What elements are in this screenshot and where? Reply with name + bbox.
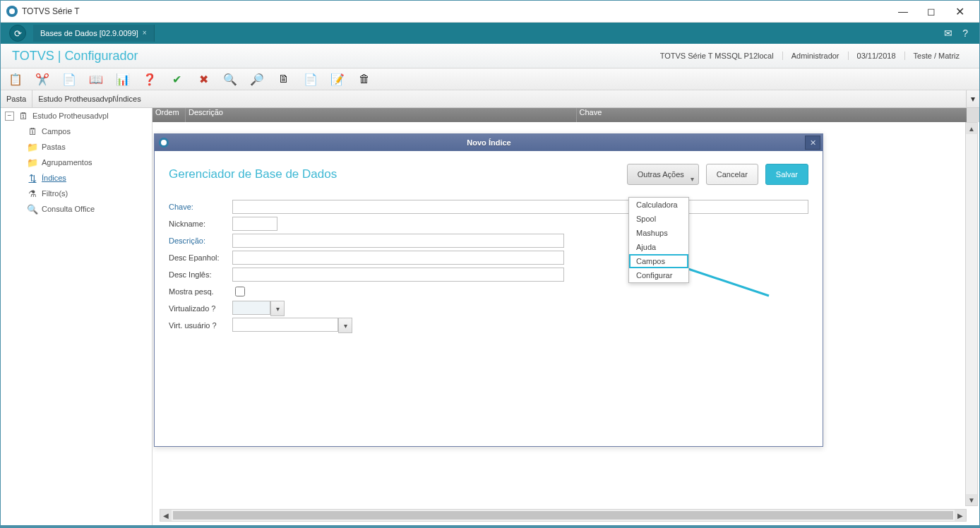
- chave-input[interactable]: [232, 200, 808, 214]
- collapse-icon[interactable]: −: [5, 112, 14, 121]
- tree-item-agrupamentos[interactable]: 📁Agrupamentos: [1, 155, 152, 170]
- tab-strip: ⟳ Bases de Dados [02.9.0099] × ✉ ?: [1, 23, 979, 44]
- brand-left: TOTVS: [12, 49, 54, 63]
- grid-header: Ordem Descrição Chave: [153, 108, 979, 122]
- path-value: Estudo Protheusadvpl\Índices: [32, 95, 966, 103]
- menu-item-ajuda[interactable]: Ajuda: [629, 240, 688, 254]
- dialog-titlebar[interactable]: Novo Índice ✕: [155, 134, 823, 151]
- grid-icon: 🗓: [26, 126, 39, 137]
- tree-item-campos[interactable]: 🗓Campos: [1, 124, 152, 139]
- desc-en-input[interactable]: [232, 268, 564, 282]
- salvar-button[interactable]: Salvar: [765, 164, 808, 185]
- menu-item-label: Calculadora: [636, 200, 678, 209]
- scroll-thumb[interactable]: [173, 511, 953, 520]
- paste-icon[interactable]: 📄: [61, 71, 77, 87]
- mail-icon[interactable]: ✉: [944, 28, 952, 39]
- outras-acoes-menu: Calculadora Spool Mashups Ajuda Campos C…: [628, 197, 689, 283]
- home-button[interactable]: ⟳: [9, 25, 26, 42]
- search-icon[interactable]: 🔍: [222, 71, 238, 87]
- scroll-left-icon[interactable]: ◀: [160, 510, 172, 521]
- menu-item-spool[interactable]: Spool: [629, 212, 688, 226]
- maximize-button[interactable]: ◻: [917, 1, 945, 21]
- label-virt-user: Virt. usuário ?: [169, 321, 232, 330]
- tree-item-filtros[interactable]: ⚗Filtro(s): [1, 186, 152, 201]
- tab-close-icon[interactable]: ×: [143, 25, 147, 42]
- outras-acoes-button[interactable]: Outras Ações: [627, 164, 699, 185]
- label-desc-es: Desc Epanhol:: [169, 253, 232, 262]
- novo-indice-dialog: Novo Índice ✕ Gerenciador de Base de Dad…: [154, 133, 823, 447]
- question-icon[interactable]: ❓: [142, 71, 157, 87]
- help-icon[interactable]: ?: [962, 28, 968, 39]
- tree-item-indices[interactable]: ⇅Índices: [1, 170, 152, 186]
- button-label: Outras Ações: [638, 170, 684, 179]
- search-next-icon[interactable]: 🔎: [249, 71, 265, 87]
- virt-usuario-combo[interactable]: ▾: [232, 318, 352, 333]
- close-button[interactable]: ✕: [945, 1, 974, 21]
- path-dropdown-button[interactable]: ▾: [966, 90, 979, 107]
- main-toolbar: 📋 ✂️ 📄 📖 📊 ❓ ✔ ✖ 🔍 🔎 🗎 📄 📝 🗑: [1, 68, 979, 90]
- descricao-input[interactable]: [232, 234, 564, 248]
- col-descricao[interactable]: Descrição: [186, 108, 577, 122]
- label-mostra: Mostra pesq.: [169, 287, 232, 296]
- vertical-scrollbar[interactable]: ▲ ▼: [965, 122, 978, 506]
- tree-item-label: Pastas: [42, 143, 66, 151]
- book-icon[interactable]: 📖: [88, 71, 104, 87]
- tab-label: Bases de Dados [02.9.0099]: [40, 25, 138, 42]
- date-label: 03/11/2018: [848, 52, 904, 60]
- menu-item-configurar[interactable]: Configurar: [629, 268, 688, 282]
- horizontal-scrollbar[interactable]: ◀ ▶: [160, 509, 967, 522]
- menu-item-calculadora[interactable]: Calculadora: [629, 198, 688, 212]
- scroll-down-icon[interactable]: ▼: [966, 494, 977, 505]
- virtualizado-input[interactable]: [232, 301, 270, 315]
- chevron-down-icon[interactable]: ▾: [338, 318, 352, 333]
- tree-item-consulta-office[interactable]: 🔍Consulta Office: [1, 201, 152, 217]
- col-ordem[interactable]: Ordem: [153, 108, 186, 122]
- window-titlebar: TOTVS Série T — ◻ ✕: [1, 1, 979, 23]
- cancelar-button[interactable]: Cancelar: [706, 164, 758, 185]
- tree-item-label: Consulta Office: [42, 205, 95, 213]
- edit-record-icon[interactable]: 📝: [330, 71, 345, 87]
- path-bar: Pasta Estudo Protheusadvpl\Índices ▾: [1, 90, 979, 108]
- tree-root[interactable]: − 🗓 Estudo Protheusadvpl: [1, 108, 152, 124]
- button-label: Cancelar: [717, 170, 748, 179]
- tree-item-label: Agrupamentos: [42, 158, 92, 167]
- menu-item-mashups[interactable]: Mashups: [629, 226, 688, 240]
- virt-usuario-input[interactable]: [232, 318, 338, 332]
- chevron-down-icon[interactable]: ▾: [270, 301, 285, 316]
- label-descricao: Descrição:: [169, 236, 232, 245]
- cancel-icon[interactable]: ✖: [196, 71, 211, 87]
- filter-icon: ⚗: [26, 188, 39, 199]
- navigation-tree[interactable]: − 🗓 Estudo Protheusadvpl 🗓Campos 📁Pastas…: [1, 108, 153, 527]
- tab-bases-de-dados[interactable]: Bases de Dados [02.9.0099] ×: [33, 25, 155, 42]
- label-desc-en: Desc Inglês:: [169, 270, 232, 279]
- brand-separator: |: [54, 49, 65, 63]
- delete-record-icon[interactable]: 🗑: [357, 71, 372, 87]
- scroll-up-icon[interactable]: ▲: [966, 123, 977, 134]
- module-header: TOTVS | Configurador TOTVS Série T MSSQL…: [1, 44, 979, 68]
- spreadsheet-icon[interactable]: 📊: [115, 71, 131, 87]
- mostra-pesq-checkbox[interactable]: [235, 287, 245, 296]
- preview-icon[interactable]: 🗎: [276, 71, 292, 87]
- dialog-close-button[interactable]: ✕: [805, 136, 820, 150]
- col-chave[interactable]: Chave: [577, 108, 967, 122]
- sort-icon: ⇅: [26, 173, 39, 184]
- new-record-icon[interactable]: 📄: [303, 71, 318, 87]
- tree-item-label: Campos: [42, 127, 71, 136]
- copy-icon[interactable]: 📋: [8, 71, 23, 87]
- tree-item-pastas[interactable]: 📁Pastas: [1, 139, 152, 155]
- menu-item-campos[interactable]: Campos: [629, 254, 688, 268]
- nickname-input[interactable]: [232, 217, 277, 231]
- button-label: Salvar: [776, 170, 798, 179]
- search-icon: 🔍: [26, 204, 39, 215]
- minimize-button[interactable]: —: [889, 1, 917, 21]
- branch-label: Teste / Matriz: [904, 52, 968, 60]
- window-title: TOTVS Série T: [22, 6, 889, 16]
- table-icon: 🗓: [17, 111, 30, 121]
- desc-es-input[interactable]: [232, 251, 564, 265]
- cut-icon[interactable]: ✂️: [35, 71, 50, 87]
- brand-title: TOTVS | Configurador: [12, 49, 138, 64]
- virtualizado-combo[interactable]: ▾: [232, 301, 285, 316]
- confirm-icon[interactable]: ✔: [169, 71, 184, 87]
- scroll-right-icon[interactable]: ▶: [955, 510, 966, 521]
- dialog-title: Novo Índice: [173, 138, 805, 147]
